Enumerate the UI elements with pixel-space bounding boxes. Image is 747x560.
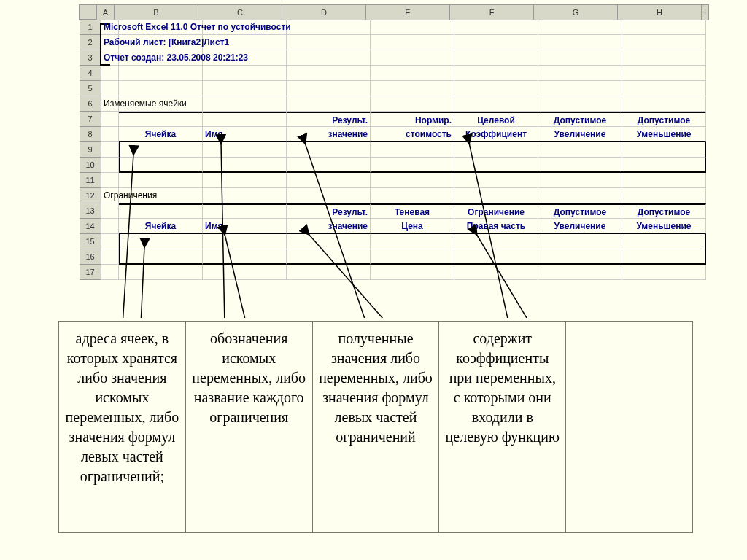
cell[interactable] [101,66,119,81]
cell[interactable] [203,142,287,158]
row-header[interactable]: 5 [80,81,101,96]
cell[interactable] [371,158,454,173]
cell[interactable] [287,20,371,35]
cell[interactable] [287,158,371,173]
cell[interactable] [203,81,287,96]
cell[interactable] [371,50,454,66]
cell[interactable] [454,249,538,265]
cell[interactable] [538,188,622,203]
hdr-allow-inc-top[interactable]: Допустимое [538,112,622,127]
cell[interactable] [538,35,622,50]
cell[interactable] [371,265,454,280]
cell[interactable] [371,173,454,188]
hdr2-shadow-top[interactable]: Теневая [371,203,454,219]
cell[interactable] [119,142,203,158]
row-header[interactable]: 8 [80,127,101,142]
cell[interactable] [371,35,454,50]
col-header-E[interactable]: E [366,5,450,20]
cell[interactable] [622,234,706,249]
hdr-allow-dec-top[interactable]: Допустимое [622,112,706,127]
hdr2-cell[interactable]: Ячейка [119,219,203,234]
cell[interactable] [119,249,203,265]
row-header[interactable]: 7 [80,112,101,127]
cell[interactable] [203,96,287,112]
cell[interactable] [538,96,622,112]
cell[interactable] [454,158,538,173]
row-header[interactable]: 13 [80,203,101,219]
cell[interactable] [101,203,119,219]
cell[interactable] [287,66,371,81]
cell[interactable] [101,112,119,127]
cell[interactable] [101,81,119,96]
cell[interactable] [454,265,538,280]
cell[interactable] [203,203,287,219]
cell[interactable] [454,173,538,188]
hdr2-allow-inc-top[interactable]: Допустимое [538,203,622,219]
col-header-D[interactable]: D [282,5,366,20]
hdr2-allow-dec-bot[interactable]: Уменьшение [622,219,706,234]
cell[interactable] [371,249,454,265]
row-header[interactable]: 12 [80,188,101,203]
cell[interactable] [538,265,622,280]
cell[interactable] [203,249,287,265]
cell[interactable] [622,50,706,66]
cell[interactable] [203,66,287,81]
cell[interactable] [119,81,203,96]
cell[interactable] [101,219,119,234]
select-all-corner[interactable] [80,5,97,20]
col-header-B[interactable]: B [115,5,198,20]
cell[interactable] [622,265,706,280]
cell[interactable] [287,142,371,158]
cell[interactable] [203,188,287,203]
row-header[interactable]: 15 [80,234,101,249]
cell[interactable] [101,234,119,249]
cell[interactable] [203,112,287,127]
cell[interactable] [203,173,287,188]
cell[interactable] [203,265,287,280]
cell[interactable] [454,142,538,158]
hdr-target-bot[interactable]: Коэффициент [454,127,538,142]
cell[interactable] [371,66,454,81]
row-header[interactable]: 17 [80,265,101,280]
cell[interactable] [622,96,706,112]
hdr-result-bot[interactable]: значение [287,127,371,142]
cell[interactable] [538,20,622,35]
row-header[interactable]: 14 [80,219,101,234]
cell[interactable] [287,188,371,203]
hdr2-constraint-top[interactable]: Ограничение [454,203,538,219]
hdr-norm-bot[interactable]: стоимость [371,127,454,142]
cell[interactable] [119,173,203,188]
cell[interactable] [538,234,622,249]
hdr-allow-dec-bot[interactable]: Уменьшение [622,127,706,142]
col-header-I[interactable]: I [702,5,709,20]
row-header[interactable]: 4 [80,66,101,81]
cell-A3[interactable]: Отчет создан: 23.05.2008 20:21:23 [101,50,119,66]
hdr-cell[interactable]: Ячейка [119,127,203,142]
row-header[interactable]: 9 [80,142,101,158]
cell[interactable] [454,20,538,35]
cell[interactable] [287,234,371,249]
cell[interactable] [371,96,454,112]
hdr2-shadow-bot[interactable]: Цена [371,219,454,234]
cell[interactable] [287,35,371,50]
cell[interactable] [454,96,538,112]
cell[interactable] [287,249,371,265]
col-header-H[interactable]: H [618,5,702,20]
cell[interactable] [101,173,119,188]
cell[interactable] [622,20,706,35]
cell-A1[interactable]: Microsoft Excel 11.0 Отчет по устойчивос… [101,20,119,35]
cell[interactable] [119,158,203,173]
cell[interactable] [101,142,119,158]
cell[interactable] [538,66,622,81]
cell[interactable] [119,66,203,81]
cell[interactable] [622,66,706,81]
hdr2-name[interactable]: Имя [203,219,287,234]
hdr2-allow-inc-bot[interactable]: Увеличение [538,219,622,234]
cell[interactable] [454,35,538,50]
hdr-target-top[interactable]: Целевой [454,112,538,127]
cell[interactable] [287,96,371,112]
cell[interactable] [538,173,622,188]
cell[interactable] [622,188,706,203]
cell[interactable] [371,234,454,249]
cell[interactable] [287,173,371,188]
